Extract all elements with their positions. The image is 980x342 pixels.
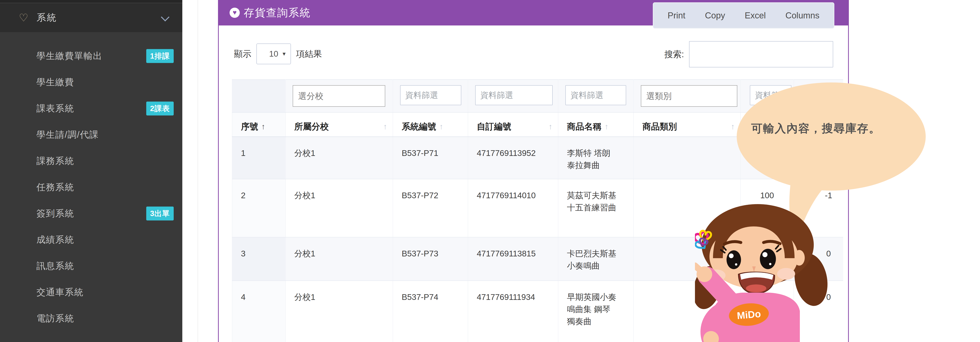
panel-header: ♥ 存貨查詢系統 PrintCopyExcelColumns — [219, 0, 848, 25]
caret-down-icon: ▼ — [282, 51, 286, 57]
inventory-table-wrap: 選分校選類別序號↑所屬分校↑系統編號↑自訂編號↑商品名稱↑商品類別↑1分校1B5… — [232, 79, 843, 342]
table-cell — [633, 179, 740, 237]
column-header-label: 自訂編號 — [477, 120, 511, 133]
sidebar-item-label: 成績系統 — [37, 234, 74, 246]
table-cell: 0 — [794, 237, 843, 281]
sidebar-item[interactable]: 電訪系統 — [0, 306, 182, 332]
sort-ascending-icon: ↑ — [383, 120, 387, 133]
sidebar-item-label: 簽到系統 — [37, 207, 74, 220]
table-row: 1分校1B537-P714717769113952李斯特 塔朗泰拉舞曲 — [232, 137, 843, 179]
table-cell: 100 — [740, 179, 794, 237]
sidebar-menu: 學生繳費單輸出1排課學生繳費課表系統2課表學生請/調/代課課務系統任務系統簽到系… — [0, 32, 182, 332]
sort-ascending-icon: ↑ — [261, 120, 265, 133]
heart-icon: ♡ — [19, 12, 28, 23]
table-cell: 分校1 — [285, 137, 393, 179]
sidebar-item[interactable]: 學生請/調/代課 — [0, 122, 182, 148]
table-cell: B537-P72 — [393, 179, 468, 237]
sidebar-item-label: 課務系統 — [37, 155, 74, 167]
column-header[interactable]: 序號↑ — [232, 112, 285, 137]
column-filter-input[interactable] — [807, 85, 843, 105]
table-cell: 早期英國小奏鳴曲集 鋼琴獨奏曲 — [558, 281, 633, 342]
length-prefix-label: 顯示 — [234, 48, 251, 60]
sidebar-item-label: 學生請/調/代課 — [37, 129, 99, 141]
table-cell — [740, 137, 794, 179]
column-header[interactable]: 商品類別↑ — [633, 112, 740, 137]
column-filter-select[interactable]: 選類別 — [641, 85, 737, 107]
column-header-label: 系統編號 — [402, 120, 436, 133]
sidebar-item-label: 學生繳費 — [37, 76, 74, 88]
column-header[interactable]: 系統編號↑ — [393, 112, 468, 137]
chevron-down-icon — [161, 13, 170, 22]
inventory-table: 選分校選類別序號↑所屬分校↑系統編號↑自訂編號↑商品名稱↑商品類別↑1分校1B5… — [232, 79, 843, 342]
sidebar-item[interactable]: 學生繳費單輸出1排課 — [0, 43, 182, 69]
sidebar-item[interactable]: 任務系統 — [0, 174, 182, 200]
sidebar-item-badge: 3出單 — [146, 207, 174, 220]
sidebar-item-label: 電訪系統 — [37, 312, 74, 325]
sidebar-item-badge: 1排課 — [146, 49, 174, 63]
table-row: 4分校1B537-P744717769111934早期英國小奏鳴曲集 鋼琴獨奏曲… — [232, 281, 843, 342]
inventory-panel: ♥ 存貨查詢系統 PrintCopyExcelColumns 顯示 10 ▼ 項… — [218, 0, 849, 342]
table-cell — [633, 237, 740, 281]
column-filter-input[interactable] — [400, 85, 461, 105]
sidebar-item-label: 課表系統 — [37, 103, 74, 115]
page-length-select[interactable]: 10 ▼ — [256, 43, 291, 64]
page-length-value: 10 — [269, 49, 278, 59]
sidebar: ♡ 系統 學生繳費單輸出1排課學生繳費課表系統2課表學生請/調/代課課務系統任務… — [0, 0, 182, 342]
table-cell — [633, 137, 740, 179]
copy-button[interactable]: Copy — [695, 11, 735, 21]
sidebar-item-label: 交通車系統 — [37, 286, 84, 298]
table-cell: 0 — [794, 281, 843, 342]
table-cell: 4717769113815 — [468, 237, 558, 281]
sidebar-item[interactable]: 學生繳費 — [0, 69, 182, 95]
sidebar-item[interactable]: 訊息系統 — [0, 253, 182, 279]
table-cell: 李斯特 塔朗泰拉舞曲 — [558, 137, 633, 179]
table-cell: 3 — [232, 237, 285, 281]
column-header-label: 商品類別 — [643, 120, 677, 133]
column-header-label: 商品名稱 — [567, 120, 601, 133]
column-header[interactable]: 所屬分校↑ — [285, 112, 393, 137]
table-cell: 2 — [232, 179, 285, 237]
table-cell: 4717769113952 — [468, 137, 558, 179]
length-suffix-label: 項結果 — [296, 48, 322, 60]
print-button[interactable]: Print — [658, 11, 695, 21]
sidebar-item[interactable]: 成績系統 — [0, 226, 182, 253]
table-cell — [633, 281, 740, 342]
column-header-label: 序號 — [241, 120, 258, 133]
table-search: 搜索: — [664, 41, 833, 67]
column-filter-select[interactable]: 選分校 — [293, 85, 385, 107]
column-filter-input[interactable] — [475, 85, 553, 105]
columns-button[interactable]: Columns — [776, 11, 829, 21]
sidebar-top-strip — [0, 0, 182, 3]
column-filter-input[interactable] — [750, 85, 791, 105]
table-cell: 分校1 — [285, 237, 393, 281]
sidebar-item[interactable]: 簽到系統3出單 — [0, 200, 182, 226]
table-cell: B537-P71 — [393, 137, 468, 179]
table-cell: 1 — [232, 137, 285, 179]
sidebar-item-label: 學生繳費單輸出 — [37, 50, 102, 62]
sidebar-item-badge: 2課表 — [146, 102, 174, 116]
table-row: 3分校1B537-P734717769113815卡巴烈夫斯基 小奏鳴曲0 — [232, 237, 843, 281]
sidebar-header-label: 系統 — [37, 11, 57, 24]
table-cell — [794, 137, 843, 179]
page-length-control: 顯示 10 ▼ 項結果 — [234, 43, 322, 64]
sidebar-item[interactable]: 課表系統2課表 — [0, 95, 182, 122]
sidebar-item[interactable]: 交通車系統 — [0, 279, 182, 306]
column-header[interactable]: 商品名稱↑ — [558, 112, 633, 137]
table-row: 2分校1B537-P724717769114010莫茲可夫斯基 十五首練習曲10… — [232, 179, 843, 237]
table-cell: 分校1 — [285, 179, 393, 237]
excel-button[interactable]: Excel — [735, 11, 776, 21]
export-toolbar: PrintCopyExcelColumns — [653, 2, 834, 28]
table-cell — [740, 281, 794, 342]
sidebar-item-label: 訊息系統 — [37, 260, 74, 272]
table-cell: 4 — [232, 281, 285, 342]
column-header-label: 所屬分校 — [294, 120, 329, 133]
sort-ascending-icon: ↑ — [731, 120, 735, 133]
table-cell — [740, 237, 794, 281]
table-cell: 4717769114010 — [468, 179, 558, 237]
search-input[interactable] — [689, 41, 833, 67]
sidebar-item[interactable]: 課務系統 — [0, 148, 182, 174]
column-filter-input[interactable] — [565, 85, 626, 105]
table-cell: 4717769111934 — [468, 281, 558, 342]
sidebar-header-system[interactable]: ♡ 系統 — [0, 3, 182, 32]
column-header[interactable]: 自訂編號↑ — [468, 112, 558, 137]
